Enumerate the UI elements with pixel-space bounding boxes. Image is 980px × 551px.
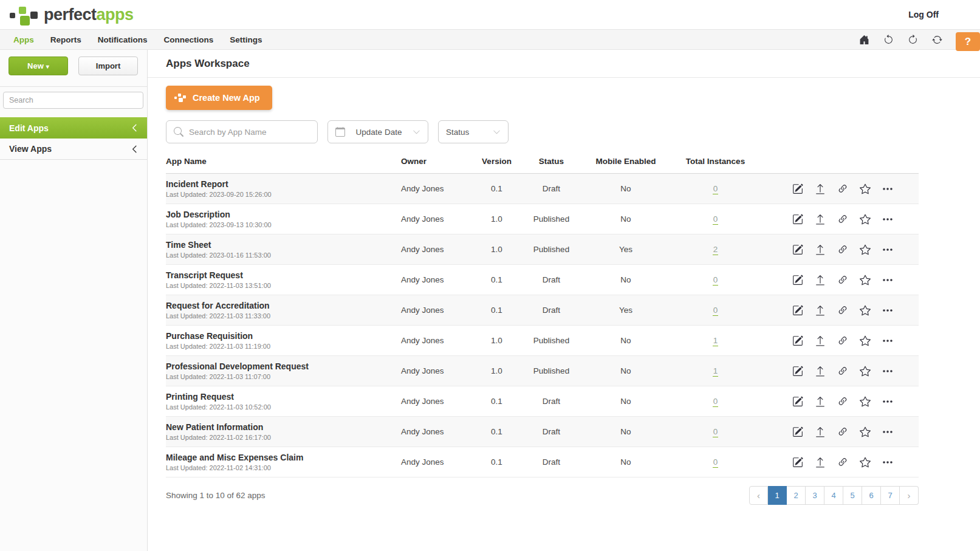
more-options-icon[interactable] — [882, 275, 893, 286]
edit-icon[interactable] — [792, 366, 803, 377]
edit-icon[interactable] — [792, 305, 803, 316]
star-icon[interactable] — [860, 214, 871, 225]
star-icon[interactable] — [860, 366, 871, 377]
help-button[interactable]: ? — [956, 32, 980, 51]
star-icon[interactable] — [860, 396, 871, 407]
pagination-next-button[interactable]: › — [900, 486, 919, 505]
upload-icon[interactable] — [815, 183, 826, 194]
more-options-icon[interactable] — [882, 335, 893, 346]
total-instances-link[interactable]: 0 — [713, 457, 719, 468]
star-icon[interactable] — [860, 244, 871, 255]
link-icon[interactable] — [837, 335, 848, 346]
app-name-link[interactable]: Purchase Requisition — [166, 331, 401, 341]
more-options-icon[interactable] — [882, 457, 893, 468]
more-options-icon[interactable] — [882, 396, 893, 407]
app-name-link[interactable]: Transcript Request — [166, 270, 401, 280]
star-icon[interactable] — [860, 183, 871, 194]
create-new-app-button[interactable]: Create New App — [166, 86, 272, 110]
app-name-link[interactable]: Request for Accreditation — [166, 301, 401, 310]
pagination-page-7[interactable]: 7 — [881, 486, 900, 505]
edit-icon[interactable] — [792, 335, 803, 346]
upload-icon[interactable] — [815, 335, 826, 346]
pagination-prev-button[interactable]: ‹ — [749, 486, 768, 505]
app-name-search[interactable] — [166, 120, 318, 143]
app-name-link[interactable]: Job Description — [166, 210, 401, 219]
total-instances-link[interactable]: 0 — [713, 397, 719, 407]
star-icon[interactable] — [860, 305, 871, 316]
more-options-icon[interactable] — [882, 305, 893, 316]
log-off-link[interactable]: Log Off — [908, 10, 939, 19]
nav-item-reports[interactable]: Reports — [50, 35, 81, 44]
pagination-page-1[interactable]: 1 — [768, 486, 787, 505]
link-icon[interactable] — [837, 457, 848, 468]
star-icon[interactable] — [860, 457, 871, 468]
total-instances-link[interactable]: 0 — [713, 306, 719, 316]
nav-item-notifications[interactable]: Notifications — [98, 35, 148, 44]
app-name-link[interactable]: Printing Request — [166, 392, 401, 402]
sidebar-search-input[interactable] — [3, 92, 143, 109]
total-instances-link[interactable]: 0 — [713, 184, 719, 194]
total-instances-link[interactable]: 1 — [713, 336, 719, 346]
pagination-page-5[interactable]: 5 — [843, 486, 862, 505]
link-icon[interactable] — [837, 305, 848, 316]
total-instances-link[interactable]: 1 — [713, 366, 719, 377]
more-options-icon[interactable] — [882, 183, 893, 194]
import-button[interactable]: Import — [78, 56, 138, 75]
total-instances-link[interactable]: 0 — [713, 214, 719, 225]
upload-icon[interactable] — [815, 396, 826, 407]
app-name-link[interactable]: Incident Report — [166, 179, 401, 189]
edit-icon[interactable] — [792, 183, 803, 194]
star-icon[interactable] — [860, 275, 871, 286]
nav-item-connections[interactable]: Connections — [164, 35, 214, 44]
edit-icon[interactable] — [792, 244, 803, 255]
redo-icon[interactable] — [908, 35, 918, 45]
nav-item-settings[interactable]: Settings — [230, 35, 262, 44]
more-options-icon[interactable] — [882, 214, 893, 225]
app-name-link[interactable]: New Patient Information — [166, 422, 401, 432]
upload-icon[interactable] — [815, 366, 826, 377]
edit-icon[interactable] — [792, 457, 803, 468]
sidebar-item-view-apps[interactable]: View Apps — [0, 139, 147, 160]
edit-icon[interactable] — [792, 396, 803, 407]
star-icon[interactable] — [860, 426, 871, 437]
total-instances-link[interactable]: 0 — [713, 275, 719, 286]
more-options-icon[interactable] — [882, 366, 893, 377]
upload-icon[interactable] — [815, 275, 826, 286]
pagination-page-4[interactable]: 4 — [824, 486, 843, 505]
update-date-dropdown[interactable]: Update Date — [327, 120, 428, 143]
pagination-page-2[interactable]: 2 — [787, 486, 806, 505]
total-instances-link[interactable]: 2 — [713, 245, 719, 255]
app-name-link[interactable]: Professional Development Request — [166, 361, 401, 371]
upload-icon[interactable] — [815, 214, 826, 225]
edit-icon[interactable] — [792, 426, 803, 437]
link-icon[interactable] — [837, 275, 848, 286]
app-name-link[interactable]: Time Sheet — [166, 240, 401, 250]
total-instances-link[interactable]: 0 — [713, 427, 719, 437]
pagination-page-6[interactable]: 6 — [862, 486, 881, 505]
status-dropdown[interactable]: Status — [438, 120, 509, 143]
more-options-icon[interactable] — [882, 244, 893, 255]
link-icon[interactable] — [837, 244, 848, 255]
link-icon[interactable] — [837, 396, 848, 407]
sidebar-item-edit-apps[interactable]: Edit Apps — [0, 117, 147, 139]
link-icon[interactable] — [837, 426, 848, 437]
undo-icon[interactable] — [883, 35, 894, 45]
star-icon[interactable] — [860, 335, 871, 346]
upload-icon[interactable] — [815, 305, 826, 316]
link-icon[interactable] — [837, 366, 848, 377]
new-button[interactable]: New▾ — [9, 56, 68, 75]
more-options-icon[interactable] — [882, 426, 893, 437]
nav-item-apps[interactable]: Apps — [13, 35, 34, 44]
upload-icon[interactable] — [815, 244, 826, 255]
edit-icon[interactable] — [792, 214, 803, 225]
home-icon[interactable] — [859, 35, 869, 45]
pagination-page-3[interactable]: 3 — [806, 486, 824, 505]
link-icon[interactable] — [837, 214, 848, 225]
app-name-link[interactable]: Mileage and Misc Expenses Claim — [166, 453, 401, 462]
app-name-search-input[interactable] — [189, 128, 311, 137]
upload-icon[interactable] — [815, 426, 826, 437]
link-icon[interactable] — [837, 183, 848, 194]
upload-icon[interactable] — [815, 457, 826, 468]
edit-icon[interactable] — [792, 275, 803, 286]
sync-icon[interactable] — [932, 35, 942, 45]
